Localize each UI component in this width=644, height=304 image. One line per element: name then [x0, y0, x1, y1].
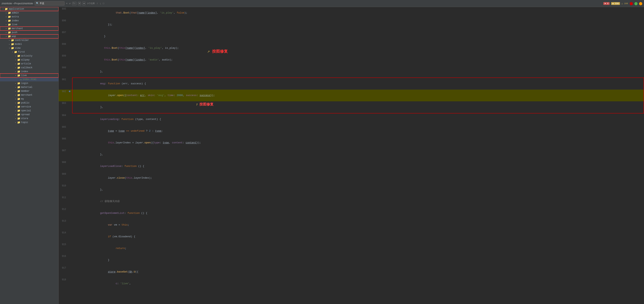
sidebar-item-model[interactable]: 📁 model [0, 42, 58, 46]
chevron-push [5, 31, 8, 34]
line-number: 912 [59, 207, 68, 219]
annotation: ↗ 按图修复 [196, 102, 214, 107]
sidebar-item-callback[interactable]: 📁 callback [0, 66, 58, 70]
sidebar-item-public[interactable]: 📁 public [0, 101, 58, 105]
top-bar-right: ● 9 ▲ 338 △ 108 ⬤ ⬤ ⬤ [603, 2, 642, 6]
sidebar-item-view[interactable]: 📁 view [0, 46, 58, 50]
folder-icon-model: 📁 [11, 43, 14, 46]
line-code: } [72, 254, 644, 266]
line-number: 913 [59, 219, 68, 231]
chevron-callback [14, 66, 17, 69]
sidebar-item-live2[interactable]: 📁 live [0, 74, 58, 78]
sidebar-item-service[interactable]: 📁 service [0, 105, 58, 109]
sidebar-item-activity[interactable]: 📁 activity [0, 54, 58, 58]
sidebar-item-article[interactable]: 📁 article [0, 62, 58, 66]
sidebar-item-topic[interactable]: 📁 topic [0, 121, 58, 124]
sidebar: 📁 application 📁 admin 📁 extra 📁 index 📁 … [0, 7, 59, 304]
sidebar-item-merchant2[interactable]: 📁 merchant [0, 93, 58, 97]
line-code: layerLoading: function (type, content) { [72, 113, 644, 125]
sidebar-item-live-top[interactable]: 📁 live [0, 23, 58, 27]
sidebar-item-login[interactable]: 📁 login [0, 81, 58, 85]
table-row: 907 }, [59, 149, 644, 160]
gutter-dot [69, 91, 70, 92]
sidebar-item-store[interactable]: 📁 store [0, 117, 58, 121]
sidebar-item-index-html[interactable]: ◈ index.html [0, 78, 58, 81]
folder-icon-extra: 📁 [8, 15, 11, 18]
sidebar-item-spread[interactable]: 📁 spread [0, 113, 58, 117]
sidebar-item-special[interactable]: 📁 special [0, 109, 58, 113]
browser-icon-1: ⬤ [630, 2, 633, 6]
folder-icon-live2: 📁 [17, 74, 20, 77]
chevron-topic [14, 121, 17, 124]
case-sensitive-icon[interactable]: Cc [72, 2, 76, 5]
window-title: zhishifufei ~/Project/zhishifufei [2, 2, 33, 5]
sidebar-item-label-special: special [21, 109, 31, 112]
search-box[interactable]: 🔍 [34, 1, 64, 6]
sidebar-item-extra[interactable]: 📁 extra [0, 15, 58, 19]
sidebar-item-push[interactable]: 📁 push [0, 31, 58, 35]
sidebar-item-label-store: store [21, 117, 28, 120]
sidebar-item-my[interactable]: 📁 my [0, 97, 58, 101]
sidebar-item-index2[interactable]: 📁 index [0, 70, 58, 74]
chevron-material [14, 86, 17, 89]
table-row: 896 }); [59, 19, 644, 31]
line-number: 908 [59, 160, 68, 172]
folder-icon-store: 📁 [17, 117, 20, 120]
line-number: 914 [59, 231, 68, 242]
table-row: 898 this.$set(this[name][index], 'is_pla… [59, 42, 644, 54]
table-row: 905 type = type == undefined ? 2 : type; [59, 125, 644, 137]
line-gutter [68, 31, 72, 42]
sidebar-item-first[interactable]: 📁 first [0, 50, 58, 54]
sidebar-item-merchant-top[interactable]: 📁 merchant [0, 27, 58, 31]
search-input[interactable] [40, 2, 63, 5]
line-number: 896 [59, 19, 68, 31]
line-gutter [68, 231, 72, 242]
sidebar-item-member[interactable]: 📁 member [0, 89, 58, 93]
toggle-icon[interactable]: □ [103, 2, 104, 5]
table-row: 906 this.layerIndex = layer.open({type: … [59, 137, 644, 149]
table-row: 912 getOpenCommtList: function () { [59, 207, 644, 219]
sidebar-item-label-callback: callback [21, 66, 32, 69]
sidebar-item-label-push: push [12, 31, 18, 34]
folder-icon-service: 📁 [17, 105, 20, 108]
line-number: 916 [59, 254, 68, 266]
sidebar-item-material[interactable]: 📁 material [0, 85, 58, 89]
line-gutter [68, 90, 72, 101]
line-number: 903 [59, 101, 68, 113]
sidebar-item-label-login: login [21, 82, 28, 85]
sidebar-item-label-view: view [15, 47, 20, 50]
code-area[interactable]: 895 that.$set(that[name][index], 'is_pla… [59, 7, 644, 304]
line-code: msg: function (err, success) { [72, 78, 644, 90]
refresh-icon[interactable]: ↺ [69, 2, 70, 5]
line-gutter [68, 254, 72, 266]
line-gutter [68, 66, 72, 78]
prev-result-icon[interactable]: ↑ [96, 2, 98, 5]
sidebar-item-label-public: public [21, 102, 30, 104]
chevron-merchant-top [5, 27, 8, 30]
sidebar-item-label-my: my [21, 98, 24, 100]
close-icon[interactable]: ✕ [66, 2, 68, 5]
regex-icon[interactable]: ✱ [82, 2, 86, 5]
sidebar-item-alipay[interactable]: 📁 alipay [0, 58, 58, 62]
sidebar-item-controller[interactable]: 📁 controller [0, 38, 58, 42]
line-gutter [68, 172, 72, 184]
sidebar-item-index[interactable]: 📁 index [0, 19, 58, 23]
sidebar-item-admin[interactable]: 📁 admin [0, 11, 58, 15]
chevron-spread [14, 113, 17, 116]
chevron-service [14, 105, 17, 108]
sidebar-item-application[interactable]: 📁 application [0, 7, 58, 11]
chevron-activity [14, 54, 17, 58]
line-gutter [68, 160, 72, 172]
line-number: 917 [59, 266, 68, 278]
line-number: 902 [59, 90, 68, 101]
next-result-icon[interactable]: ↓ [100, 2, 101, 5]
folder-icon-alipay: 📁 [17, 58, 20, 62]
line-code: }, [72, 184, 644, 196]
folder-icon-article: 📁 [17, 62, 20, 65]
line-gutter [68, 266, 72, 278]
sidebar-item-wap[interactable]: 📁 wap [0, 35, 58, 38]
word-icon[interactable]: W [78, 2, 81, 5]
line-code: }, [72, 66, 644, 78]
line-code: this.$set(this[name][index], 'is_play', … [72, 42, 644, 54]
line-code: store.baseGet($h.U({ [72, 266, 644, 278]
